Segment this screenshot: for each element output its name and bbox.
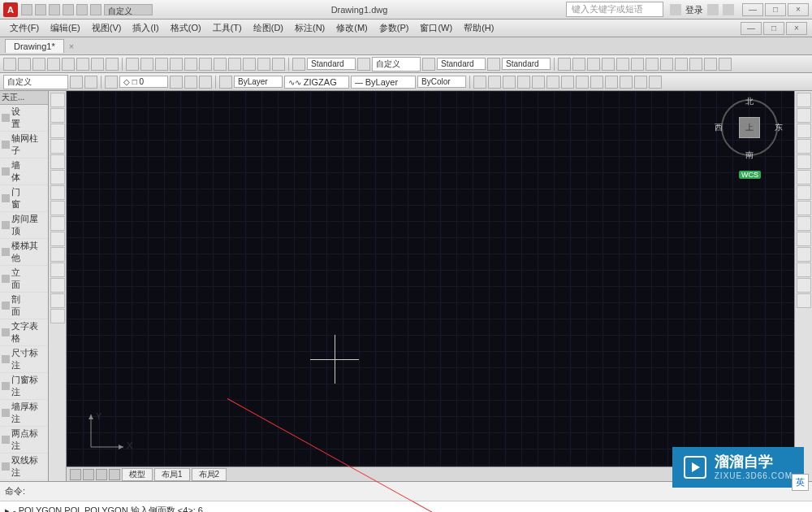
table-icon[interactable]: [50, 309, 65, 323]
sidebar-item[interactable]: 楼梯其他: [0, 239, 48, 266]
sidebar-item[interactable]: 剖 面: [0, 293, 48, 319]
tb-icon[interactable]: [488, 76, 501, 89]
tb-icon[interactable]: [184, 76, 197, 89]
tb-icon[interactable]: [228, 58, 241, 71]
doc-tab[interactable]: Drawing1*: [5, 39, 64, 53]
tb-icon[interactable]: [546, 76, 559, 89]
minimize-button[interactable]: —: [742, 3, 763, 16]
ime-badge[interactable]: 英: [792, 474, 809, 491]
polygon-icon[interactable]: [50, 170, 65, 184]
sidebar-item[interactable]: 立 面: [0, 266, 48, 293]
tb-icon[interactable]: [126, 58, 139, 71]
pline-icon[interactable]: [50, 108, 65, 123]
tb-icon[interactable]: [719, 58, 732, 71]
maximize-button[interactable]: □: [765, 3, 786, 16]
print-icon[interactable]: [63, 4, 74, 15]
doc-max-button[interactable]: □: [763, 22, 784, 35]
tb-icon[interactable]: [649, 76, 662, 89]
mleader-style-icon[interactable]: [487, 58, 500, 71]
layer-icon[interactable]: [105, 76, 118, 89]
block-icon[interactable]: [50, 263, 65, 277]
sidebar-item[interactable]: 轴网柱子: [0, 132, 48, 158]
lineweight-combo[interactable]: — ByLayer: [351, 76, 416, 89]
command-input[interactable]: ▸ - POLYGON POL POLYGON 输入侧面数 <4>: 6: [0, 501, 812, 512]
line-icon[interactable]: [50, 93, 65, 107]
menu-format[interactable]: 格式(O): [166, 20, 206, 36]
tb-icon[interactable]: [616, 58, 629, 71]
doc-min-button[interactable]: —: [741, 22, 762, 35]
tb-icon[interactable]: [62, 58, 75, 71]
tab-close-icon[interactable]: ×: [64, 41, 79, 51]
table-style-icon[interactable]: [422, 58, 435, 71]
tb-icon[interactable]: [91, 58, 104, 71]
chamfer-icon[interactable]: [797, 232, 811, 246]
mleader-style-combo[interactable]: Standard: [502, 58, 551, 70]
tb-icon[interactable]: [214, 58, 227, 71]
mtext-icon[interactable]: [50, 247, 65, 262]
qat-custom-combo[interactable]: 自定义: [104, 4, 153, 15]
undo-icon[interactable]: [76, 4, 88, 15]
explode-icon[interactable]: [797, 293, 811, 308]
tb-icon[interactable]: [634, 76, 647, 89]
offset-icon[interactable]: [797, 247, 811, 262]
sidebar-item[interactable]: 双线标注: [0, 453, 48, 480]
menu-draw[interactable]: 绘图(D): [248, 20, 288, 36]
tb-icon[interactable]: [18, 58, 31, 71]
search-input[interactable]: 键入关键字或短语: [566, 2, 663, 17]
tb-icon[interactable]: [199, 76, 212, 89]
tb-icon[interactable]: [243, 58, 256, 71]
fillet-icon[interactable]: [797, 216, 811, 231]
sidebar-item[interactable]: 设 置: [0, 105, 48, 132]
tb-icon[interactable]: [70, 76, 83, 89]
sidebar-item[interactable]: 文字表格: [0, 319, 48, 346]
sidebar-item[interactable]: 墙 体: [0, 158, 48, 185]
tb-icon[interactable]: [675, 58, 688, 71]
tb-icon[interactable]: [532, 76, 545, 89]
tb-icon[interactable]: [646, 58, 659, 71]
sidebar-item[interactable]: 墙厚标注: [0, 400, 48, 427]
tb-icon[interactable]: [689, 58, 702, 71]
move-icon[interactable]: [797, 93, 811, 107]
dim-style-combo[interactable]: 自定义: [372, 57, 421, 72]
sidebar-item[interactable]: 两点标注: [0, 427, 48, 453]
menu-edit[interactable]: 编辑(E): [45, 20, 85, 36]
menu-insert[interactable]: 插入(I): [127, 20, 163, 36]
tb-icon[interactable]: [503, 76, 516, 89]
redo-icon[interactable]: [90, 4, 102, 15]
menu-modify[interactable]: 修改(M): [331, 20, 373, 36]
menu-dim[interactable]: 标注(N): [290, 20, 330, 36]
tb-icon[interactable]: [32, 58, 45, 71]
save-icon[interactable]: [49, 4, 60, 15]
tb-icon[interactable]: [587, 58, 600, 71]
copy-icon[interactable]: [797, 108, 811, 123]
erase-icon[interactable]: [797, 278, 811, 293]
trim-icon[interactable]: [797, 185, 811, 200]
dim-style-icon[interactable]: [357, 58, 370, 71]
table-style-combo[interactable]: Standard: [437, 58, 486, 70]
tb-icon[interactable]: [561, 76, 574, 89]
layer-state-combo[interactable]: ◇ □ 0: [119, 76, 168, 88]
tb-icon[interactable]: [558, 58, 571, 71]
tb-icon[interactable]: [572, 58, 585, 71]
menu-file[interactable]: 文件(F): [5, 20, 44, 36]
tb-icon[interactable]: [704, 58, 717, 71]
tb-icon[interactable]: [106, 58, 119, 71]
rect-icon[interactable]: [50, 154, 65, 169]
circle-icon[interactable]: [50, 124, 65, 138]
layout2-tab[interactable]: 布局2: [192, 468, 227, 481]
region-icon[interactable]: [50, 293, 65, 308]
menu-help[interactable]: 帮助(H): [459, 20, 499, 36]
model-tab[interactable]: 模型: [122, 468, 153, 481]
arc-icon[interactable]: [50, 139, 65, 154]
tb-icon[interactable]: [84, 76, 97, 89]
login-label[interactable]: 登录: [685, 4, 703, 15]
new-icon[interactable]: [21, 4, 32, 15]
tb-icon[interactable]: [602, 58, 615, 71]
rotate-icon[interactable]: [797, 124, 811, 138]
sidebar-item[interactable]: 门 窗: [0, 185, 48, 212]
tb-icon[interactable]: [199, 58, 212, 71]
text-style-icon[interactable]: [292, 58, 305, 71]
menu-param[interactable]: 参数(P): [374, 20, 414, 36]
linetype-combo[interactable]: ∿∿ ZIGZAG: [284, 76, 349, 89]
tb-icon[interactable]: [170, 76, 183, 89]
